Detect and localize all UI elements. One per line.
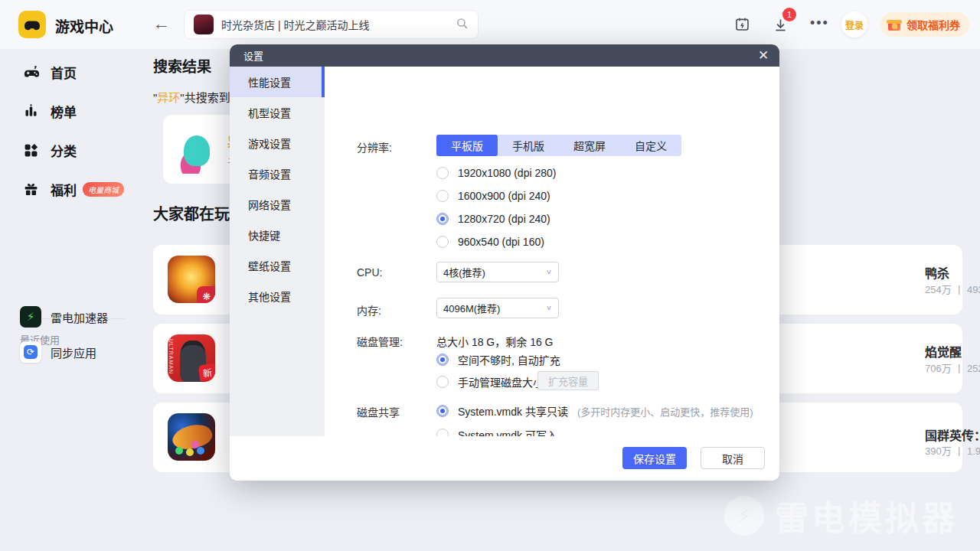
topbar: 游戏中心 ← 时光杂货店 | 时光之巅活动上线 1 ••• 登录 领取福利券 [0,0,980,49]
more-menu-icon[interactable]: ••• [810,15,829,31]
search-results-title: 搜索结果 [153,55,211,76]
tab-shortcuts[interactable]: 快捷键 [230,220,325,250]
login-button[interactable]: 登录 [841,11,867,37]
cpu-select[interactable]: 4核(推荐) ∨ [436,262,559,282]
search-placeholder-text: 时光杂货店 | 时光之巅活动上线 [221,17,456,32]
tab-game[interactable]: 游戏设置 [230,128,325,158]
app-logo-gamepad-icon[interactable] [18,11,46,38]
sidebar-item-categories[interactable]: 分类 [0,135,142,165]
resolution-mode-tabs: 平板版 手机版 超宽屏 自定义 [436,135,681,156]
chevron-down-icon: ∨ [546,304,552,311]
recent-item-sync[interactable]: 同步应用 [0,337,142,367]
claim-coupon-label: 领取福利券 [906,17,960,32]
recent-label-sync: 同步应用 [51,344,96,360]
sidebar-item-benefits[interactable]: 福利 电量商城 [0,174,142,204]
dialog-header[interactable]: 设置 ✕ [230,44,779,67]
recent-label-accelerator: 雷电加速器 [51,309,108,325]
accelerator-app-icon [20,306,41,328]
tab-device-model[interactable]: 机型设置 [230,97,325,128]
settings-panel-performance: 分辨率: 平板版 手机版 超宽屏 自定义 1920x1080 (dpi 280)… [325,67,779,436]
tab-audio[interactable]: 音频设置 [230,158,325,189]
cancel-button[interactable]: 取消 [701,447,765,469]
settings-dialog: 设置 ✕ 性能设置 机型设置 游戏设置 音频设置 网络设置 快捷键 壁纸设置 其… [230,44,779,481]
tab-wallpaper[interactable]: 壁纸设置 [230,250,325,281]
sync-app-icon [20,341,41,363]
mode-ultrawide[interactable]: 超宽屏 [559,135,620,156]
sidebar: 首页 榜单 分类 福利 电量商城 最近使用 雷电加速器 同步应用 [0,49,142,551]
ldplayer-logo-icon [724,496,764,536]
mode-custom[interactable]: 自定义 [620,135,681,156]
game-icon-anime [170,125,219,174]
mode-phone[interactable]: 手机版 [498,135,559,156]
search-summary: "异环"共搜索到 [153,89,230,105]
claim-coupon-button[interactable]: 领取福利券 [880,12,969,37]
save-settings-button[interactable]: 保存设置 [622,447,687,469]
radio-unselected-icon[interactable] [436,167,449,179]
close-icon[interactable]: ✕ [755,47,772,64]
disk-option-auto-expand[interactable]: 空间不够时, 自动扩充 [436,352,560,367]
calendar-icon[interactable] [734,16,750,35]
search-keyword: 异环 [157,91,180,104]
search-game-thumbnail [194,15,214,34]
radio-selected-icon[interactable] [436,213,449,225]
sidebar-item-rankings[interactable]: 榜单 [0,96,142,126]
dialog-title: 设置 [243,48,263,63]
radio-selected-icon[interactable] [436,354,449,366]
chevron-down-icon: ∨ [546,268,552,276]
memory-select[interactable]: 4096M(推荐) ∨ [436,298,559,318]
game-icon-naruto [168,256,215,303]
disk-size-info: 总大小 18 G，剩余 16 G [436,334,553,349]
cpu-label: CPU: [357,266,382,279]
game-title: 鸭杀 [925,263,949,282]
radio-selected-icon[interactable] [436,405,449,417]
resolution-option-1280[interactable]: 980x551 (dpi 240) [436,213,550,225]
tab-network[interactable]: 网络设置 [230,189,325,220]
sidebar-label-rankings: 榜单 [51,102,77,121]
settings-tab-list: 性能设置 机型设置 游戏设置 音频设置 网络设置 快捷键 壁纸设置 其他设置 [230,67,325,436]
resolution-option-1600[interactable]: 1600x900 (dpi 240) [436,190,550,202]
sidebar-label-benefits: 福利 [51,180,77,199]
resolution-option-1920[interactable]: 1920x1080 (dpi 280) [436,167,556,179]
app-title: 游戏中心 [55,15,113,36]
game-center-window: 游戏中心 ← 时光杂货店 | 时光之巅活动上线 1 ••• 登录 领取福利券 首… [0,0,980,551]
category-grid-icon [23,142,41,158]
sidebar-label-home: 首页 [51,63,77,82]
everyone-playing-title: 大家都在玩 [153,202,230,224]
back-arrow-icon[interactable]: ← [153,14,170,34]
game-icon-dragon [168,413,215,461]
gift-icon [887,17,902,32]
disk-share-label: 磁盘共享 [357,404,400,419]
game-stats: 706万 丨 252 MB [925,360,980,375]
sidebar-item-home[interactable]: 首页 [0,57,142,87]
disk-management-label: 磁盘管理: [357,334,403,349]
game-title: 焰觉醒 [925,342,962,360]
resolution-option-960[interactable]: 960x540 (dpi 160) [436,236,544,248]
tab-performance[interactable]: 性能设置 [230,67,325,97]
gift-box-icon [23,181,41,197]
radio-unselected-icon[interactable] [436,236,449,248]
recent-item-accelerator[interactable]: 雷电加速器 [0,302,142,332]
game-icon-ultraman: ULTRAMAN [168,334,215,382]
game-stats: 254万 丨 493 MB [925,282,980,296]
dialog-footer: 保存设置 取消 [230,436,779,481]
game-title: 国群英传：策定... [925,425,980,444]
memory-label: 内存: [357,302,381,318]
radio-unselected-icon[interactable] [436,376,449,388]
tab-other[interactable]: 其他设置 [230,281,325,311]
disk-option-manual[interactable]: 手动管理磁盘大小 [436,374,544,390]
game-stats: 390万 丨 1.9 GB [925,443,980,458]
share-readonly-note: (多开时内存更小、启动更快，推荐使用) [577,404,753,419]
download-count-badge: 1 [782,8,796,21]
shop-badge: 电量商城 [83,182,124,197]
watermark: 雷电模拟器 [724,491,959,540]
mode-tablet[interactable]: 平板版 [436,135,498,156]
search-bar[interactable]: 时光杂货店 | 时光之巅活动上线 [184,10,479,39]
home-gamepad-icon [23,64,41,81]
radio-unselected-icon[interactable] [436,190,449,202]
sidebar-label-categories: 分类 [51,141,77,160]
share-option-readonly[interactable]: System.vmdk 共享只读 (多开时内存更小、启动更快，推荐使用) [436,403,753,419]
expand-capacity-button[interactable]: 扩充容量 [537,371,599,390]
bar-chart-icon [23,103,41,119]
resolution-label: 分辨率: [357,139,392,155]
search-icon[interactable] [456,17,469,33]
